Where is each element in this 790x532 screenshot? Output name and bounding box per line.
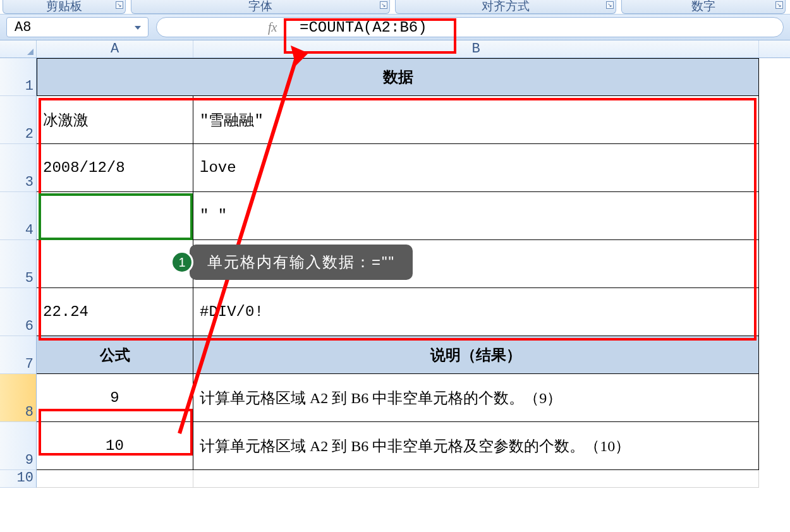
row-header-9[interactable]: 9: [0, 422, 37, 470]
name-box-value: A8: [15, 20, 31, 35]
select-all-corner[interactable]: [0, 40, 37, 57]
cell-B3[interactable]: love: [193, 144, 759, 192]
ribbon-group-clipboard[interactable]: 剪贴板 ↘: [3, 0, 126, 14]
cell-A2[interactable]: 冰激激: [37, 96, 193, 144]
cell-B8[interactable]: 计算单元格区域 A2 到 B6 中非空单元格的个数。（9）: [193, 374, 759, 422]
dialog-launcher-icon[interactable]: ↘: [775, 1, 783, 9]
row-header-10[interactable]: 10: [0, 470, 37, 488]
ribbon-group-number[interactable]: 数字 ↘: [621, 0, 786, 14]
cell-header-explain[interactable]: 说明（结果）: [193, 336, 759, 374]
cell-A3[interactable]: 2008/12/8: [37, 144, 193, 192]
row-header-6[interactable]: 6: [0, 288, 37, 336]
cell-B10[interactable]: [193, 470, 759, 488]
cell-A9[interactable]: 10: [37, 422, 193, 470]
cell-B2[interactable]: "雪融融": [193, 96, 759, 144]
cell-B6[interactable]: #DIV/0!: [193, 288, 759, 336]
cell-B4[interactable]: " ": [193, 192, 759, 240]
cell-A6[interactable]: 22.24: [37, 288, 193, 336]
cell-A5[interactable]: [37, 240, 193, 288]
ribbon-group-font[interactable]: 字体 ↘: [131, 0, 390, 14]
formula-bar-text: =COUNTA(A2:B6): [287, 19, 440, 36]
cell-header-formula[interactable]: 公式: [37, 336, 193, 374]
ribbon-group-alignment[interactable]: 对齐方式 ↘: [395, 0, 616, 14]
cell-header-data[interactable]: 数据: [37, 58, 759, 96]
ribbon-label: 数字: [691, 0, 715, 12]
formula-bar[interactable]: fx =COUNTA(A2:B6): [156, 17, 784, 37]
row-header-7[interactable]: 7: [0, 336, 37, 374]
col-header-A[interactable]: A: [37, 40, 193, 57]
cell-A8[interactable]: 9: [37, 374, 193, 422]
fx-icon[interactable]: fx: [268, 20, 277, 35]
column-header-row: A B: [0, 40, 790, 58]
cell-A10[interactable]: [37, 470, 193, 488]
formula-bar-row: A8 fx =COUNTA(A2:B6): [0, 14, 790, 40]
row-header-1[interactable]: 1: [0, 58, 37, 96]
row-header-4[interactable]: 4: [0, 192, 37, 240]
annotation-callout: 1 单元格内有输入数据：="": [171, 245, 413, 280]
dialog-launcher-icon[interactable]: ↘: [380, 1, 387, 9]
row-header-5[interactable]: 5: [0, 240, 37, 288]
cell-B9[interactable]: 计算单元格区域 A2 到 B6 中非空单元格及空参数的个数。（10）: [193, 422, 759, 470]
ribbon-label: 剪贴板: [46, 0, 82, 12]
cell-A4[interactable]: [37, 192, 193, 240]
row-header-8[interactable]: 8: [0, 374, 37, 422]
ribbon-label: 字体: [248, 0, 272, 12]
row-header-2[interactable]: 2: [0, 96, 37, 144]
ribbon-group-row: 剪贴板 ↘ 字体 ↘ 对齐方式 ↘ 数字 ↘: [0, 0, 790, 14]
annotation-text: 单元格内有输入数据：="": [190, 245, 413, 280]
name-box[interactable]: A8: [6, 17, 149, 37]
dialog-launcher-icon[interactable]: ↘: [606, 1, 614, 9]
dialog-launcher-icon[interactable]: ↘: [116, 1, 123, 9]
ribbon-label: 对齐方式: [482, 0, 530, 12]
annotation-number-badge: 1: [171, 251, 193, 274]
row-header-3[interactable]: 3: [0, 144, 37, 192]
name-box-dropdown-icon[interactable]: [131, 21, 144, 34]
col-header-B[interactable]: B: [193, 40, 759, 57]
